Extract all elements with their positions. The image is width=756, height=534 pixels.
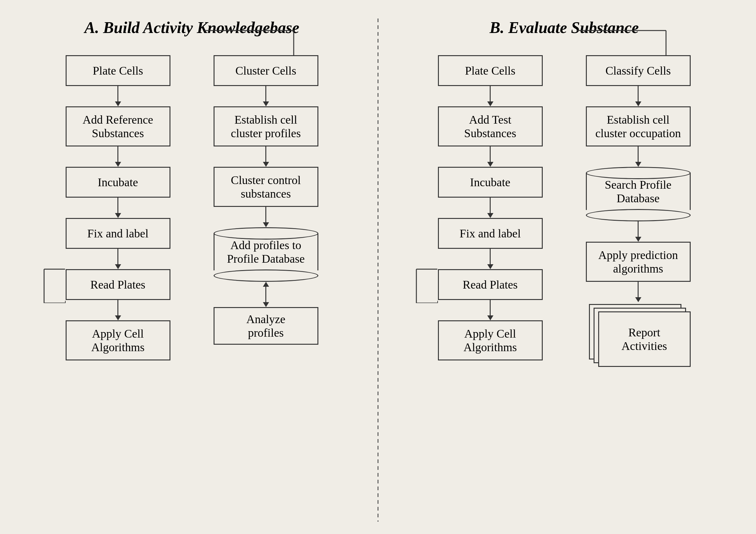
arrow-r1b bbox=[635, 86, 641, 106]
fix-label-b: Fix and label bbox=[438, 218, 543, 249]
svg-marker-3 bbox=[65, 301, 66, 303]
col-a-right: Cluster Cells Establish cell cluster pro… bbox=[207, 55, 325, 360]
svg-marker-10 bbox=[437, 301, 438, 303]
plate-cells-a: Plate Cells bbox=[66, 55, 171, 86]
section-b: B. Evaluate Substance Plate Cells bbox=[385, 18, 744, 522]
arrow-r3a bbox=[263, 207, 269, 227]
apply-cell-alg-a: Apply Cell Algorithms bbox=[66, 320, 171, 360]
arrow-5b bbox=[487, 300, 494, 320]
arrow-r4b bbox=[635, 282, 641, 302]
cluster-control-substances: Cluster control substances bbox=[214, 167, 318, 207]
plate-cells-b: Plate Cells bbox=[438, 55, 543, 86]
fix-label-a: Fix and label bbox=[66, 218, 171, 249]
add-profiles-db: Add profiles to Profile Database bbox=[214, 227, 318, 282]
cyl-bottom-b bbox=[586, 209, 691, 221]
cyl-bottom-a bbox=[214, 269, 318, 282]
section-b-content: Plate Cells Add Test Substances bbox=[432, 55, 697, 370]
incubate-a: Incubate bbox=[66, 167, 171, 198]
col-b-left: Plate Cells Add Test Substances bbox=[432, 55, 549, 370]
arrow-3b bbox=[487, 198, 494, 218]
arrow-r2b bbox=[635, 147, 641, 167]
arrow-2b bbox=[487, 147, 494, 167]
loop-svg-b bbox=[410, 171, 438, 303]
establish-cluster-profiles: Establish cell cluster profiles bbox=[214, 106, 318, 147]
page: A. Build Activity Knowledgebase Plate Ce… bbox=[0, 0, 756, 534]
arrow-4b bbox=[487, 249, 494, 269]
establish-cluster-occ: Establish cell cluster occupation bbox=[586, 106, 691, 147]
read-plates-b: Read Plates bbox=[438, 269, 543, 300]
arrow-r3b bbox=[635, 221, 641, 242]
col-b-right: Classify Cells Establish cell cluster oc… bbox=[580, 55, 697, 370]
incubate-b: Incubate bbox=[438, 167, 543, 198]
analyze-profiles: Analyze profiles bbox=[214, 307, 318, 345]
read-plates-wrapper-b: Read Plates bbox=[438, 269, 543, 300]
loop-svg-a bbox=[38, 171, 66, 303]
cyl-top-a bbox=[214, 227, 318, 239]
add-ref-substances: Add Reference Substances bbox=[66, 106, 171, 147]
section-divider bbox=[378, 18, 378, 522]
apply-cell-alg-b: Apply Cell Algorithms bbox=[438, 320, 543, 360]
search-profile-db: Search Profile Database bbox=[586, 167, 691, 221]
arrow-r2a bbox=[263, 147, 269, 167]
arrow-5a bbox=[115, 300, 121, 320]
report-activities-layer-1: Report Activities bbox=[598, 311, 691, 367]
section-a: A. Build Activity Knowledgebase Plate Ce… bbox=[12, 18, 371, 522]
report-activities: Report Activities bbox=[583, 302, 694, 370]
cyl-top-b bbox=[586, 167, 691, 179]
double-arrow-a bbox=[263, 282, 269, 307]
read-plates-wrapper-a: Read Plates bbox=[66, 269, 171, 300]
section-a-content: Plate Cells Add Reference Substances bbox=[60, 55, 325, 360]
arrow-3a bbox=[115, 198, 121, 218]
classify-cells: Classify Cells bbox=[586, 55, 691, 86]
add-test-substances: Add Test Substances bbox=[438, 106, 543, 147]
cluster-cells-a: Cluster Cells bbox=[214, 55, 318, 86]
apply-prediction-alg: Apply prediction algorithms bbox=[586, 242, 691, 282]
arrow-r1a bbox=[263, 86, 269, 106]
arrow-2a bbox=[115, 147, 121, 167]
arrow-1a bbox=[115, 86, 121, 106]
read-plates-a: Read Plates bbox=[66, 269, 171, 300]
arrow-4a bbox=[115, 249, 121, 269]
col-a-left: Plate Cells Add Reference Substances bbox=[60, 55, 176, 360]
arrow-1b bbox=[487, 86, 494, 106]
sections-row: A. Build Activity Knowledgebase Plate Ce… bbox=[12, 18, 744, 522]
